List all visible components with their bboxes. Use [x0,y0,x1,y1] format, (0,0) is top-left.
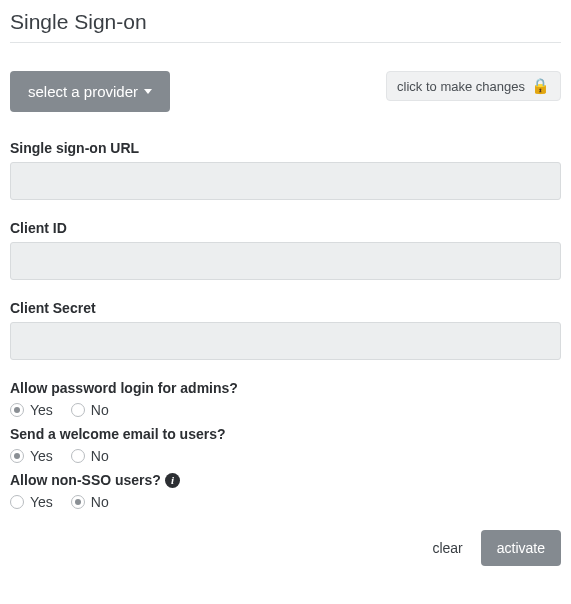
select-provider-label: select a provider [28,83,138,100]
non-sso-no[interactable]: No [71,494,109,510]
welcome-email-no[interactable]: No [71,448,109,464]
client-secret-input[interactable] [10,322,561,360]
activate-button[interactable]: activate [481,530,561,566]
admin-password-no[interactable]: No [71,402,109,418]
footer-row: clear activate [10,530,561,566]
admin-password-row: Yes No [10,402,561,418]
client-secret-label: Client Secret [10,300,561,316]
non-sso-row: Yes No [10,494,561,510]
welcome-email-section: Send a welcome email to users? Yes No [10,426,561,464]
radio-icon [71,403,85,417]
welcome-email-yes[interactable]: Yes [10,448,53,464]
radio-icon [10,495,24,509]
sso-url-group: Single sign-on URL [10,140,561,200]
admin-password-yes[interactable]: Yes [10,402,53,418]
radio-text: Yes [30,402,53,418]
non-sso-yes[interactable]: Yes [10,494,53,510]
client-secret-group: Client Secret [10,300,561,360]
lock-icon: 🔒 [531,77,550,95]
admin-password-label: Allow password login for admins? [10,380,561,396]
radio-icon [10,403,24,417]
radio-text: Yes [30,494,53,510]
client-id-input[interactable] [10,242,561,280]
radio-icon [10,449,24,463]
clear-button[interactable]: clear [432,540,462,556]
welcome-email-row: Yes No [10,448,561,464]
radio-text: No [91,494,109,510]
non-sso-section: Allow non-SSO users? i Yes No [10,472,561,510]
page-title: Single Sign-on [10,10,561,43]
welcome-email-label: Send a welcome email to users? [10,426,561,442]
info-icon[interactable]: i [165,473,180,488]
non-sso-label: Allow non-SSO users? i [10,472,561,488]
radio-text: No [91,448,109,464]
select-provider-button[interactable]: select a provider [10,71,170,112]
non-sso-label-text: Allow non-SSO users? [10,472,161,488]
top-row: select a provider click to make changes … [10,71,561,112]
radio-text: Yes [30,448,53,464]
radio-text: No [91,402,109,418]
lock-changes-button[interactable]: click to make changes 🔒 [386,71,561,101]
radio-icon [71,449,85,463]
client-id-group: Client ID [10,220,561,280]
sso-url-label: Single sign-on URL [10,140,561,156]
sso-url-input[interactable] [10,162,561,200]
radio-icon [71,495,85,509]
chevron-down-icon [144,89,152,94]
lock-changes-label: click to make changes [397,79,525,94]
admin-password-section: Allow password login for admins? Yes No [10,380,561,418]
client-id-label: Client ID [10,220,561,236]
